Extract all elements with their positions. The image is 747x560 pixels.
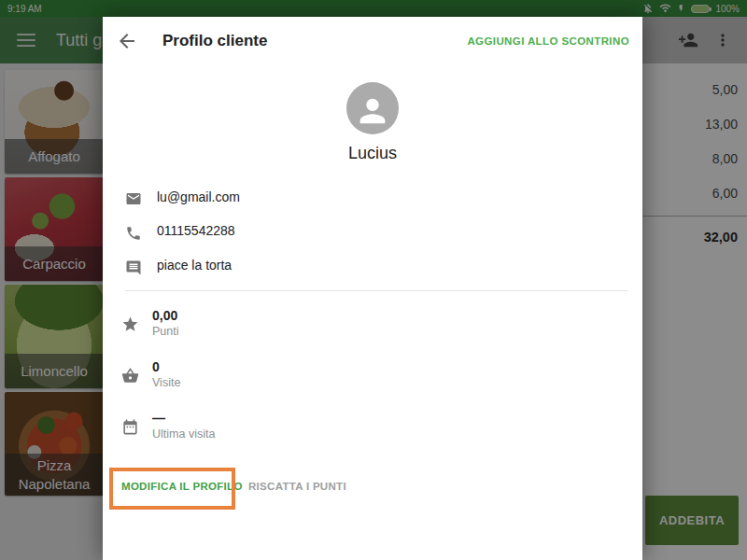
points-value: 0,00 — [152, 308, 177, 323]
customer-phone: 01115542288 — [157, 223, 235, 238]
dialog-title: Profilo cliente — [162, 17, 267, 65]
avatar — [346, 82, 399, 134]
calendar-icon — [121, 418, 139, 436]
customer-email: lu@gmail.com — [157, 189, 240, 204]
pos-app-screen: 9:19 AM 100% Tutti gl Affogato Carpaccio… — [0, 0, 747, 560]
redeem-points-button[interactable]: RISCATTA I PUNTI — [248, 481, 346, 492]
visits-value: 0 — [152, 359, 160, 374]
last-visit-label: Ultima visita — [152, 427, 215, 441]
phone-icon — [125, 225, 142, 242]
star-icon — [121, 315, 139, 333]
customer-name: Lucius — [103, 144, 642, 163]
person-icon — [354, 92, 391, 130]
customer-profile-dialog: Profilo cliente AGGIUNGI ALLO SCONTRINO … — [103, 17, 642, 560]
highlight-annotation — [109, 468, 235, 510]
email-icon — [125, 190, 142, 207]
visits-label: Visite — [152, 376, 180, 389]
section-divider — [125, 290, 627, 291]
back-arrow-icon[interactable] — [116, 30, 138, 52]
note-icon — [125, 259, 142, 276]
basket-icon — [121, 367, 139, 385]
customer-note: piace la torta — [157, 258, 232, 273]
last-visit-value: — — [152, 411, 165, 426]
points-label: Punti — [152, 325, 179, 338]
add-to-receipt-button[interactable]: AGGIUNGI ALLO SCONTRINO — [467, 17, 629, 65]
